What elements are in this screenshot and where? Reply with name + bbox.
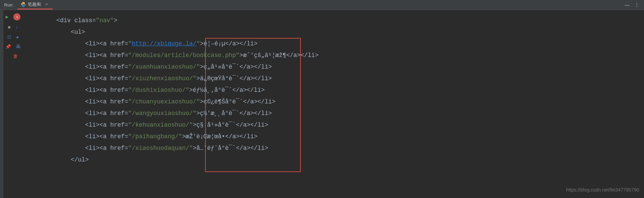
console-output[interactable]: <div class="nav"> <ul> <li><a href="http…: [22, 10, 644, 198]
code-line: <li><a href="/kehuanxiaoshuo/">ç§'å¹»å°è…: [56, 119, 644, 131]
run-gutter: ▶ ■ ↓ ☷ ✚ 📌 🖶 🗑: [4, 10, 22, 198]
close-icon[interactable]: ×: [45, 2, 48, 7]
code-line: <li><a href="/xiaoshuodaquan/">å…¨éƒ¨å°è…: [56, 142, 644, 154]
side-rail: Favorites Structure: [0, 10, 4, 198]
clear-icon[interactable]: 🗑: [13, 54, 18, 59]
watermark-text: https://blog.csdn.net/fei347795790: [566, 184, 639, 196]
code-line: <li><a href="/xuanhuanxiaoshuo/">ç„å¹»å°…: [56, 61, 644, 73]
code-line: <li><a href="/paihangbang/">æŽ'è¡Œæ¦œå•<…: [56, 131, 644, 142]
code-line: <li><a href="/modules/article/bookcase.p…: [56, 50, 644, 61]
code-line: <li><a href="/chuanyuexiaoshuo/">ç©¿è¶Šå…: [56, 96, 644, 108]
code-line: <div class="nav">: [56, 15, 644, 26]
code-line: <li><a href="/dushixiaoshuo/">éƒ½å¸‚å°è¯…: [56, 84, 644, 96]
scroll-down-icon[interactable]: ↓: [15, 25, 18, 30]
rerun-icon[interactable]: ▶: [5, 14, 8, 20]
run-tab-active[interactable]: 笔趣阁 ×: [17, 0, 53, 10]
code-line: <ul>: [56, 26, 644, 38]
code-line: <li><a href="/xiuzhenxiaoshuo/">ä¿®çœŸå°…: [56, 73, 644, 84]
code-line: <li><a href="/wangyouxiaoshuo/">ç½'æ¸¸å°…: [56, 108, 644, 119]
rerun-failed-icon[interactable]: [13, 13, 21, 20]
add-content-icon[interactable]: ✚: [16, 34, 19, 40]
toolbar-right: — ⋮: [625, 2, 644, 8]
pin-icon[interactable]: 📌: [5, 44, 11, 50]
code-line: </ul>: [56, 154, 644, 166]
print-icon[interactable]: 🖶: [16, 44, 21, 50]
minimize-panel-icon[interactable]: —: [625, 2, 630, 8]
layout-icon[interactable]: ☷: [7, 34, 11, 40]
run-label: Run:: [0, 0, 17, 10]
code-line: <li><a href="http://xbiquge.la/">é¦–é¡µ<…: [56, 38, 644, 50]
tab-title: 笔趣阁: [28, 1, 41, 8]
top-tab-bar: Run: 笔趣阁 × — ⋮: [0, 0, 644, 10]
stop-icon[interactable]: ■: [8, 25, 11, 30]
main-area: Favorites Structure ▶ ■ ↓ ☷ ✚ 📌 🖶 🗑 <div: [0, 10, 644, 198]
python-file-icon: [21, 2, 26, 7]
more-icon[interactable]: ⋮: [634, 2, 639, 8]
output-link[interactable]: http://xbiquge.la/: [132, 40, 197, 47]
